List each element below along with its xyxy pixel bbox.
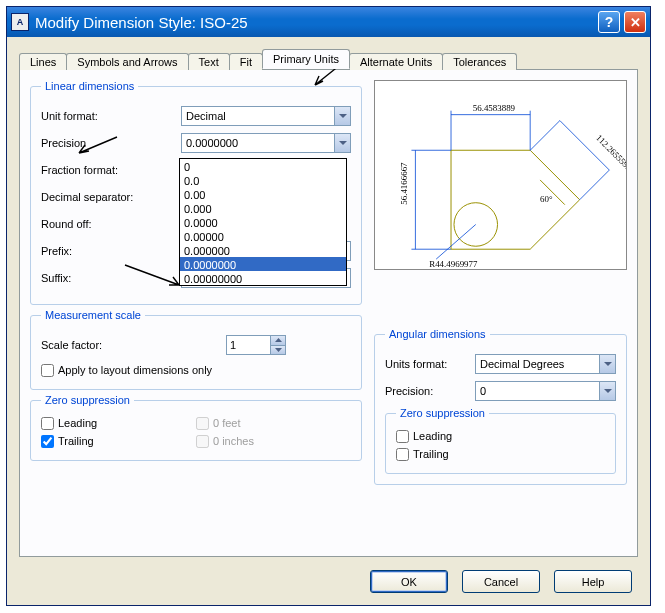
precision-option[interactable]: 0.000 [180,201,346,215]
scale-factor-value[interactable] [227,339,270,351]
suffix-label: Suffix: [41,272,181,284]
unit-format-label: Unit format: [41,110,181,122]
feet-check [196,417,209,430]
chevron-down-icon[interactable] [334,134,350,152]
ang-leading-label: Leading [413,430,452,442]
round-off-label: Round off: [41,218,181,230]
angular-dimensions-group: Angular dimensions Units format: Decimal… [374,328,627,485]
apply-layout-check[interactable] [41,364,54,377]
precision-option[interactable]: 0 [180,159,346,173]
spinner-up-icon[interactable] [270,336,285,346]
svg-text:112.2655595: 112.2655595 [594,133,626,173]
decimal-separator-label: Decimal separator: [41,191,181,203]
precision-option-selected[interactable]: 0.0000000 [180,257,346,271]
precision-option[interactable]: 0.00000 [180,229,346,243]
help-titlebar-button[interactable]: ? [598,11,620,33]
ang-units-format-label: Units format: [385,358,475,370]
zero-ang-legend: Zero suppression [396,407,489,419]
tab-panel: Linear dimensions Unit format: Decimal P… [19,69,638,557]
spinner-down-icon[interactable] [270,346,285,355]
precision-option[interactable]: 0.00 [180,187,346,201]
scale-factor-label: Scale factor: [41,339,226,351]
ang-trailing-checkbox[interactable]: Trailing [396,445,605,463]
chevron-down-icon[interactable] [599,382,615,400]
chevron-down-icon[interactable] [334,107,350,125]
feet-label: 0 feet [213,417,241,429]
precision-option[interactable]: 0.0 [180,173,346,187]
measurement-legend: Measurement scale [41,309,145,321]
tab-strip: Lines Symbols and Arrows Text Fit Primar… [19,47,638,69]
ang-units-format-value: Decimal Degrees [476,358,599,370]
svg-text:56.4166667: 56.4166667 [399,162,409,205]
tab-symbols-arrows[interactable]: Symbols and Arrows [66,53,188,70]
feet-checkbox: 0 feet [196,414,351,432]
ang-precision-combo[interactable]: 0 [475,381,616,401]
svg-text:60°: 60° [540,194,553,204]
svg-text:56.4583889: 56.4583889 [473,103,516,113]
tab-lines[interactable]: Lines [19,53,67,70]
apply-layout-checkbox[interactable]: Apply to layout dimensions only [41,361,351,379]
precision-label: Precision [41,137,181,149]
trailing-checkbox[interactable]: Trailing [41,432,196,450]
zero-suppression-linear-group: Zero suppression Leading Trailing 0 feet… [30,394,362,461]
zero-suppression-angular-group: Zero suppression Leading Trailing [385,407,616,474]
tab-tolerances[interactable]: Tolerances [442,53,517,70]
measurement-scale-group: Measurement scale Scale factor: [30,309,362,390]
zero-lin-legend: Zero suppression [41,394,134,406]
dialog-window: A Modify Dimension Style: ISO-25 ? ✕ Lin… [6,6,651,606]
linear-legend: Linear dimensions [41,80,138,92]
leading-label: Leading [58,417,97,429]
linear-dimensions-group: Linear dimensions Unit format: Decimal P… [30,80,362,305]
fraction-format-label: Fraction format: [41,164,181,176]
tab-primary-units[interactable]: Primary Units [262,49,350,69]
ang-trailing-label: Trailing [413,448,449,460]
ang-leading-check[interactable] [396,430,409,443]
ang-precision-value: 0 [476,385,599,397]
ang-units-format-combo[interactable]: Decimal Degrees [475,354,616,374]
precision-option[interactable]: 0.0000 [180,215,346,229]
app-icon: A [11,13,29,31]
precision-value: 0.0000000 [182,137,334,149]
tab-alternate-units[interactable]: Alternate Units [349,53,443,70]
trailing-check[interactable] [41,435,54,448]
scale-factor-spinner[interactable] [226,335,286,355]
titlebar[interactable]: A Modify Dimension Style: ISO-25 ? ✕ [7,7,650,37]
precision-combo[interactable]: 0.0000000 [181,133,351,153]
inches-checkbox: 0 inches [196,432,351,450]
button-bar: OK Cancel Help [370,570,632,593]
unit-format-combo[interactable]: Decimal [181,106,351,126]
unit-format-value: Decimal [182,110,334,122]
precision-option[interactable]: 0.000000 [180,243,346,257]
trailing-label: Trailing [58,435,94,447]
preview-pane: 56.4166667 56.4583889 112.2655595 R44.49… [374,80,627,270]
close-button[interactable]: ✕ [624,11,646,33]
leading-checkbox[interactable]: Leading [41,414,196,432]
precision-option[interactable]: 0.00000000 [180,271,346,285]
leading-check[interactable] [41,417,54,430]
ang-trailing-check[interactable] [396,448,409,461]
ang-precision-label: Precision: [385,385,475,397]
window-title: Modify Dimension Style: ISO-25 [35,14,594,31]
svg-text:R44.4969977: R44.4969977 [429,259,478,269]
svg-line-5 [530,121,560,151]
svg-line-11 [436,224,476,259]
content-area: Lines Symbols and Arrows Text Fit Primar… [7,37,650,605]
inches-check [196,435,209,448]
cancel-button[interactable]: Cancel [462,570,540,593]
tab-fit[interactable]: Fit [229,53,263,70]
ang-leading-checkbox[interactable]: Leading [396,427,605,445]
angular-legend: Angular dimensions [385,328,490,340]
apply-layout-label: Apply to layout dimensions only [58,364,212,376]
chevron-down-icon[interactable] [599,355,615,373]
svg-line-6 [580,170,610,200]
prefix-label: Prefix: [41,245,181,257]
ok-button[interactable]: OK [370,570,448,593]
inches-label: 0 inches [213,435,254,447]
tab-text[interactable]: Text [188,53,230,70]
help-button[interactable]: Help [554,570,632,593]
precision-dropdown-list[interactable]: 0 0.0 0.00 0.000 0.0000 0.00000 0.000000… [179,158,347,286]
svg-point-0 [454,203,498,247]
